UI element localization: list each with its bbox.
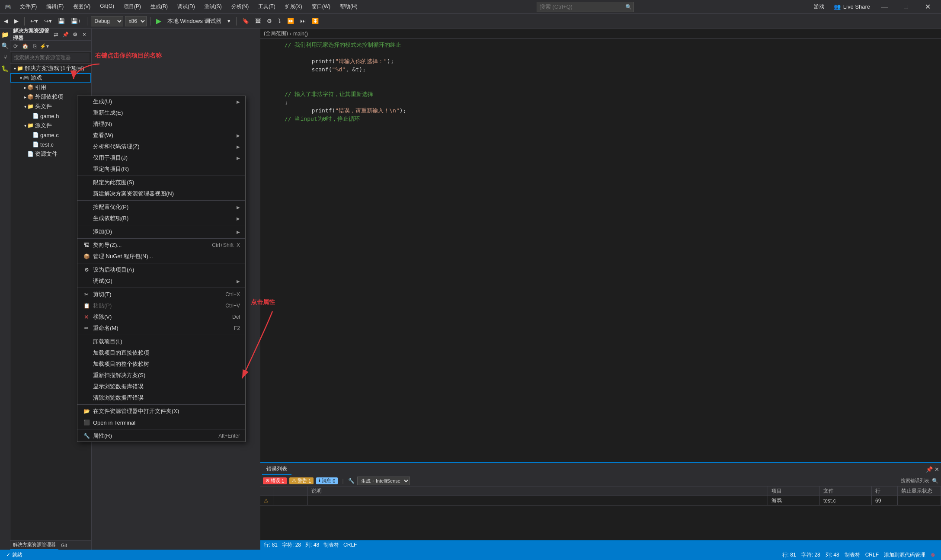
se-pin-btn[interactable]: 📌 <box>61 30 70 39</box>
save-button[interactable]: 💾 <box>56 16 67 27</box>
menu-tools[interactable]: 工具(T) <box>254 2 279 11</box>
col-line[interactable]: 行 <box>872 486 898 496</box>
se-settings-btn[interactable]: ⚙ <box>70 30 79 39</box>
status-line[interactable]: 行: 81 <box>780 550 799 560</box>
maximize-button[interactable]: □ <box>896 0 916 14</box>
menu-help[interactable]: 帮助(H) <box>336 2 362 11</box>
cm-rename[interactable]: ✏重命名(M) F2 <box>77 323 245 334</box>
platform-dropdown[interactable]: x86 x64 <box>125 16 147 26</box>
status-source-control[interactable]: 添加到源代码管理 <box>881 550 928 560</box>
se-tab-solution[interactable]: 解决方案资源管理器 <box>10 541 58 550</box>
cm-rescan[interactable]: 重新扫描解决方案(S) <box>77 370 245 381</box>
toolbar-btn-5[interactable]: ⏩ <box>285 16 296 27</box>
screenshot-button[interactable]: 🖼 <box>253 16 263 27</box>
cm-clear-db-errors[interactable]: 清除浏览数据库错误 <box>77 392 245 403</box>
menu-git[interactable]: Git(G) <box>96 2 118 11</box>
step-over-button[interactable]: ⤵ <box>276 16 283 27</box>
build-filter-icon[interactable]: 🔧 <box>348 478 355 484</box>
cm-add[interactable]: 添加(D) ▶ <box>77 226 245 237</box>
minimize-button[interactable]: — <box>874 0 894 14</box>
status-ready[interactable]: ✓ 就绪 <box>3 550 25 560</box>
activity-debug[interactable]: 🐛 <box>1 64 10 73</box>
cm-only-for-project[interactable]: 仅用于项目(J) ▶ <box>77 152 245 163</box>
panel-pin-icon[interactable]: 📌 <box>926 466 933 473</box>
panel-close-icon[interactable]: ✕ <box>935 466 939 473</box>
cm-rebuild[interactable]: 重新生成(E) <box>77 107 245 118</box>
status-col[interactable]: 列: 48 <box>823 550 842 560</box>
cm-open-in-explorer[interactable]: 📂在文件资源管理器中打开文件夹(X) <box>77 406 245 417</box>
cm-remove[interactable]: ✕移除(V) Del <box>77 311 245 323</box>
run-dropdown[interactable]: ▾ <box>225 16 233 27</box>
activity-files[interactable]: 📁 <box>1 30 10 39</box>
undo-button[interactable]: ↩▾ <box>28 16 40 27</box>
cm-class-view[interactable]: 🏗类向导(Z)... Ctrl+Shift+X <box>77 240 245 251</box>
se-tb-1[interactable]: ⟳ <box>11 42 20 51</box>
cm-analyze[interactable]: 分析和代码清理(Z) ▶ <box>77 141 245 152</box>
menu-analyze[interactable]: 分析(N) <box>227 2 253 11</box>
breakpoint-button[interactable]: ⚙ <box>265 16 274 27</box>
cm-paste[interactable]: 📋粘贴(P) Ctrl+V <box>77 300 245 311</box>
cm-debug[interactable]: 调试(G) ▶ <box>77 275 245 287</box>
menu-edit[interactable]: 编辑(E) <box>42 2 68 11</box>
cm-view[interactable]: 查看(W) ▶ <box>77 130 245 141</box>
tree-game-project[interactable]: ▾ 🎮 游戏 <box>10 73 91 83</box>
menu-build[interactable]: 生成(B) <box>146 2 172 11</box>
status-error-icon[interactable]: ⊗ <box>928 550 938 560</box>
toolbar-btn-7[interactable]: ⏬ <box>310 16 321 27</box>
close-button[interactable]: ✕ <box>918 0 938 14</box>
status-char[interactable]: 字符: 28 <box>799 550 823 560</box>
menu-debug[interactable]: 调试(D) <box>173 2 199 11</box>
se-tb-3[interactable]: ⎘ <box>30 42 39 51</box>
menu-test[interactable]: 测试(S) <box>200 2 226 11</box>
cm-config-optimize[interactable]: 按配置优化(P) ▶ <box>77 202 245 213</box>
cm-set-startup[interactable]: ⚙设为启动项目(A) <box>77 264 245 275</box>
cm-unload[interactable]: 卸载项目(L) <box>77 336 245 347</box>
se-tab-git[interactable]: Git <box>58 541 70 550</box>
status-crlf[interactable]: CRLF <box>863 550 881 560</box>
cm-build-deps[interactable]: 生成依赖项(B) ▶ <box>77 213 245 224</box>
activity-search[interactable]: 🔍 <box>1 42 10 50</box>
cm-build[interactable]: 生成(U) ▶ <box>77 96 245 107</box>
se-collapse-btn[interactable]: × <box>80 30 89 39</box>
menu-extensions[interactable]: 扩展(X) <box>281 2 307 11</box>
cm-scope[interactable]: 限定为此范围(S) <box>77 177 245 188</box>
cm-new-view[interactable]: 新建解决方案资源管理器视图(N) <box>77 188 245 199</box>
col-file[interactable]: 文件 <box>820 486 872 496</box>
cm-nuget[interactable]: 📦管理 NuGet 程序包(N)... <box>77 251 245 262</box>
menu-file[interactable]: 文件(F) <box>16 2 41 11</box>
cm-retarget[interactable]: 重定向项目(R) <box>77 163 245 175</box>
save-all-button[interactable]: 💾+ <box>69 16 83 27</box>
tree-references[interactable]: ▸ 📦 引用 <box>10 83 91 92</box>
activity-git[interactable]: ⑂ <box>1 53 10 61</box>
se-tb-2[interactable]: 🏠 <box>21 42 29 51</box>
cm-cut[interactable]: ✂剪切(T) Ctrl+X <box>77 289 245 300</box>
debug-mode-dropdown[interactable]: Debug Release <box>91 16 123 26</box>
cm-clean[interactable]: 清理(N) <box>77 118 245 130</box>
se-sync-btn[interactable]: ⇄ <box>51 30 60 39</box>
cm-open-terminal[interactable]: ⬛Open in Terminal <box>77 417 245 428</box>
live-share-button[interactable]: 👥 Live Share <box>829 2 874 12</box>
menu-project[interactable]: 项目(P) <box>119 2 145 11</box>
build-filter-dropdown[interactable]: 生成 + IntelliSense <box>357 477 410 485</box>
tree-solution[interactable]: ▾ 📁 解决方案'游戏'(1个项目) <box>10 64 91 73</box>
menu-view[interactable]: 视图(V) <box>69 2 95 11</box>
col-desc[interactable]: 说明 <box>308 486 768 496</box>
back-button[interactable]: ◀ <box>2 16 10 27</box>
status-tab[interactable]: 制表符 <box>842 550 863 560</box>
run-button[interactable]: ▶ <box>154 16 163 27</box>
se-tb-filter[interactable]: ⚡▾ <box>40 42 48 51</box>
search-input[interactable] <box>537 3 624 10</box>
cm-load-all-deps[interactable]: 加载项目的整个依赖树 <box>77 358 245 370</box>
search-box[interactable]: 🔍 <box>537 2 634 12</box>
bottom-tab-errors[interactable]: 错误列表 <box>262 464 291 475</box>
cm-properties[interactable]: 🔧属性(R) Alt+Enter <box>77 430 245 442</box>
solution-search-input[interactable] <box>12 53 90 62</box>
toolbar-btn-6[interactable]: ⏭ <box>298 16 308 27</box>
redo-button[interactable]: ↪▾ <box>42 16 54 27</box>
forward-button[interactable]: ▶ <box>12 16 21 27</box>
col-project[interactable]: 项目 <box>768 486 820 496</box>
menu-window[interactable]: 窗口(W) <box>307 2 335 11</box>
cm-load-direct-deps[interactable]: 加载项目的直接依赖项 <box>77 347 245 358</box>
bookmark-button[interactable]: 🔖 <box>240 16 251 27</box>
error-row-1[interactable]: ⚠ 游戏 test.c 69 <box>260 496 941 506</box>
